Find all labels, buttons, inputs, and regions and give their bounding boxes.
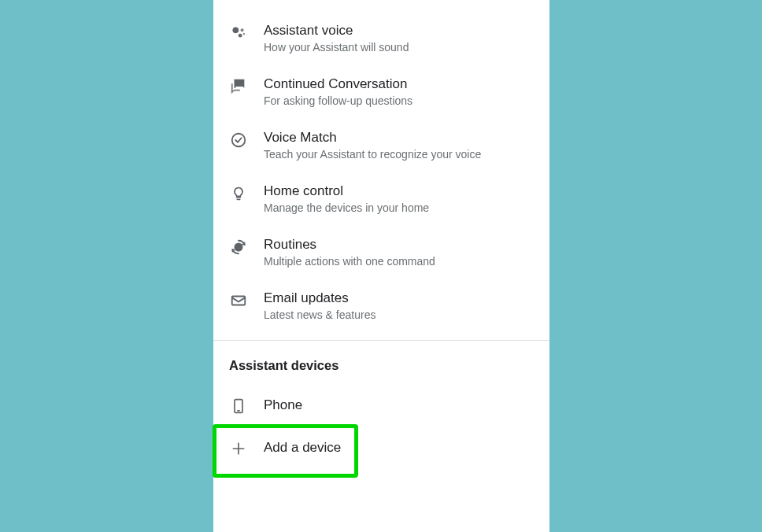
setting-subtitle: Latest news & features <box>264 308 375 321</box>
section-header-assistant-devices: Assistant devices <box>213 341 549 384</box>
lightbulb-icon <box>229 184 248 203</box>
routines-icon <box>229 238 248 257</box>
setting-subtitle: Teach your Assistant to recognize your v… <box>264 148 481 161</box>
plus-icon <box>229 439 248 458</box>
setting-email-updates[interactable]: Email updates Latest news & features <box>213 279 549 332</box>
phone-icon <box>229 397 248 416</box>
svg-point-0 <box>232 27 239 33</box>
svg-point-5 <box>235 243 243 252</box>
setting-home-control[interactable]: Home control Manage the devices in your … <box>213 172 549 225</box>
chat-bubbles-icon <box>229 77 248 96</box>
setting-subtitle: For asking follow-up questions <box>264 94 412 107</box>
device-label: Add a device <box>264 439 341 456</box>
settings-list: Assistant voice How your Assistant will … <box>213 0 549 332</box>
assistant-dots-icon <box>229 24 248 42</box>
setting-title: Continued Conversation <box>264 76 412 93</box>
email-icon <box>229 291 248 310</box>
setting-title: Voice Match <box>264 129 481 146</box>
setting-subtitle: Manage the devices in your home <box>264 201 429 214</box>
setting-assistant-voice[interactable]: Assistant voice How your Assistant will … <box>213 11 549 65</box>
setting-title: Assistant voice <box>264 22 409 39</box>
device-label: Phone <box>264 397 302 414</box>
svg-point-1 <box>241 28 244 31</box>
check-circle-icon <box>229 131 248 150</box>
setting-title: Email updates <box>264 290 375 307</box>
settings-screen: Assistant voice How your Assistant will … <box>213 0 549 532</box>
setting-title: Routines <box>264 236 435 253</box>
setting-routines[interactable]: Routines Multiple actions with one comma… <box>213 225 549 279</box>
device-item-phone[interactable]: Phone <box>213 384 549 427</box>
svg-point-4 <box>232 134 246 147</box>
svg-point-3 <box>243 33 246 35</box>
svg-point-2 <box>239 34 242 38</box>
setting-continued-conversation[interactable]: Continued Conversation For asking follow… <box>213 65 549 118</box>
setting-title: Home control <box>264 183 429 200</box>
setting-subtitle: Multiple actions with one command <box>264 255 435 268</box>
setting-subtitle: How your Assistant will sound <box>264 41 409 54</box>
setting-voice-match[interactable]: Voice Match Teach your Assistant to reco… <box>213 118 549 172</box>
device-item-add[interactable]: Add a device <box>213 427 549 469</box>
